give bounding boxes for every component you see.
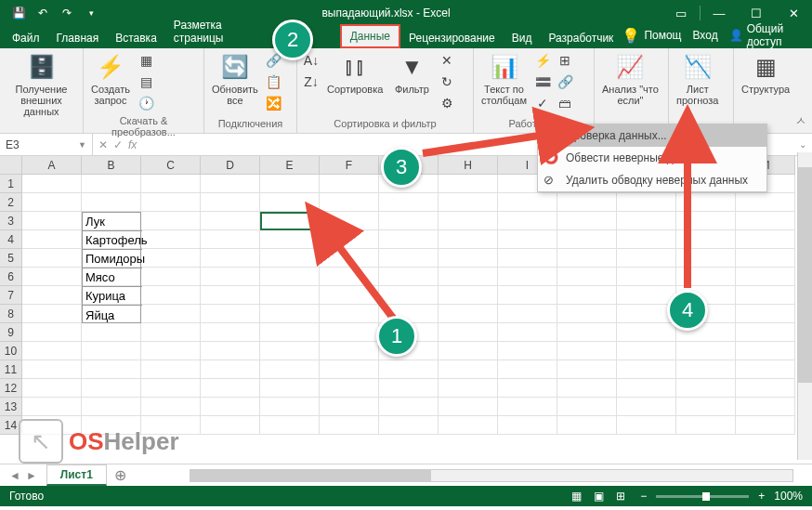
save-button[interactable]: 💾 [7, 3, 30, 23]
cell[interactable] [320, 193, 379, 212]
selected-cell-e3[interactable] [260, 212, 320, 230]
cell[interactable] [22, 360, 82, 379]
expand-formula-bar[interactable]: ⌄ [793, 139, 812, 150]
cell[interactable] [498, 342, 557, 360]
cell[interactable] [617, 398, 676, 416]
cell[interactable] [82, 342, 141, 360]
fx-button[interactable]: fx [128, 138, 137, 151]
edit-links[interactable]: 🔀 [264, 93, 284, 113]
cell[interactable] [498, 323, 557, 342]
cell[interactable] [498, 286, 557, 305]
tab-view[interactable]: Вид [504, 28, 541, 48]
share-button[interactable]: 👤 Общий доступ [729, 22, 805, 48]
tab-review[interactable]: Рецензирование [400, 28, 504, 48]
cell[interactable] [736, 249, 795, 268]
cell[interactable] [557, 416, 617, 435]
flash-fill[interactable]: ⚡ [532, 50, 553, 71]
cell[interactable] [320, 416, 379, 435]
cell[interactable] [736, 416, 795, 435]
cell[interactable] [141, 230, 201, 249]
cell[interactable] [439, 193, 498, 212]
zoom-level[interactable]: 100% [774, 490, 803, 503]
col-header-D[interactable]: D [201, 156, 260, 175]
cell[interactable] [141, 323, 201, 342]
cell[interactable] [676, 416, 736, 435]
row-header-10[interactable]: 10 [0, 342, 22, 360]
cell[interactable] [498, 398, 557, 416]
cell[interactable] [617, 323, 676, 342]
cell-b8[interactable]: Яйца [83, 306, 142, 324]
cell[interactable] [201, 268, 260, 286]
cell[interactable] [201, 379, 260, 398]
login-link[interactable]: Вход [692, 29, 717, 42]
cell[interactable] [22, 230, 82, 249]
cell[interactable] [557, 193, 617, 212]
cell[interactable] [736, 305, 795, 323]
zoom-slider[interactable] [656, 495, 749, 498]
cell[interactable] [22, 305, 82, 323]
collapse-ribbon[interactable]: ㅅ [795, 113, 806, 129]
cell[interactable] [260, 323, 320, 342]
cell[interactable] [379, 286, 439, 305]
cell[interactable] [736, 212, 795, 230]
tab-insert[interactable]: Вставка [107, 28, 165, 48]
cell[interactable] [736, 398, 795, 416]
cell[interactable] [439, 286, 498, 305]
cell[interactable] [260, 193, 320, 212]
name-box[interactable]: E3▼ [0, 134, 93, 155]
cell[interactable] [82, 398, 141, 416]
cell[interactable] [498, 360, 557, 379]
cell[interactable] [260, 286, 320, 305]
cell[interactable] [676, 342, 736, 360]
cell[interactable] [379, 360, 439, 379]
undo-button[interactable]: ↶ [32, 3, 54, 23]
cell[interactable] [22, 249, 82, 268]
cell[interactable] [22, 398, 82, 416]
cell[interactable] [22, 342, 82, 360]
cell[interactable] [676, 212, 736, 230]
clear-filter[interactable]: ✕ [437, 50, 457, 71]
cell[interactable] [439, 212, 498, 230]
tab-file[interactable]: Файл [4, 28, 48, 48]
cell[interactable] [201, 286, 260, 305]
cell[interactable] [320, 360, 379, 379]
cell[interactable] [557, 305, 617, 323]
col-header-F[interactable]: F [320, 156, 379, 175]
cell[interactable] [736, 268, 795, 286]
add-sheet-button[interactable]: ⊕ [107, 466, 134, 484]
zoom-out[interactable]: − [640, 490, 647, 503]
cell[interactable] [201, 212, 260, 230]
col-header-B[interactable]: B [82, 156, 141, 175]
row-header-13[interactable]: 13 [0, 398, 22, 416]
row-header-5[interactable]: 5 [0, 249, 22, 268]
redo-button[interactable]: ↷ [56, 3, 78, 23]
cell[interactable] [498, 416, 557, 435]
sort-button[interactable]: ⫿⫿Сортировка [323, 50, 386, 97]
cell[interactable] [141, 268, 201, 286]
row-header-1[interactable]: 1 [0, 175, 22, 193]
cell[interactable] [617, 268, 676, 286]
text-to-columns-button[interactable]: 📊Текст по столбцам [478, 50, 530, 108]
cell[interactable] [379, 416, 439, 435]
cell[interactable] [557, 342, 617, 360]
tab-layout[interactable]: Разметка страницы [165, 15, 275, 48]
cell[interactable] [379, 249, 439, 268]
cell[interactable] [82, 379, 141, 398]
cell[interactable] [141, 286, 201, 305]
cell[interactable] [201, 398, 260, 416]
cell[interactable] [320, 379, 379, 398]
cell[interactable] [320, 305, 379, 323]
cell[interactable] [320, 323, 379, 342]
cell[interactable] [676, 249, 736, 268]
cell[interactable] [557, 268, 617, 286]
cell[interactable] [557, 323, 617, 342]
cell-b4[interactable]: Картофель [83, 231, 142, 250]
cell[interactable] [439, 268, 498, 286]
cell[interactable] [736, 342, 795, 360]
cell[interactable] [498, 230, 557, 249]
cell[interactable] [617, 342, 676, 360]
cell[interactable] [201, 323, 260, 342]
cell[interactable] [141, 398, 201, 416]
cell[interactable] [201, 342, 260, 360]
cell[interactable] [617, 379, 676, 398]
